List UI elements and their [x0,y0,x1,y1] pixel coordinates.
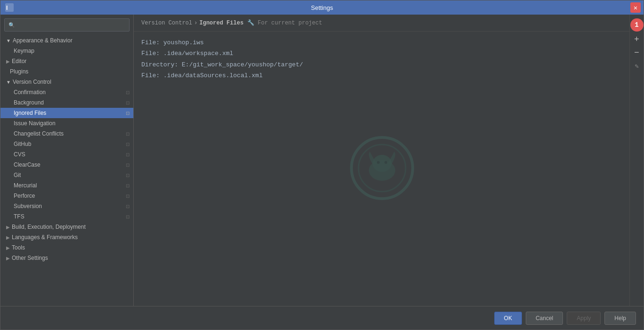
sidebar-item-other-settings[interactable]: ▶ Other Settings [0,253,133,263]
arrow-icon: ▶ [6,225,10,230]
sidebar-item-languages-frameworks[interactable]: ▶ Languages & Frameworks [0,232,133,242]
main-content: Version Control › Ignored Files 🔧 For cu… [134,15,644,306]
settings-icon: ⊡ [126,204,130,209]
sidebar-item-subversion[interactable]: Subversion ⊡ [0,201,133,211]
sidebar-item-cvs[interactable]: CVS ⊡ [0,149,133,160]
search-icon: 🔍 [8,22,15,28]
svg-text:I: I [6,5,8,11]
breadcrumb-arrow: › [194,20,197,26]
settings-icon: ⊡ [126,142,130,147]
settings-icon: ⊡ [126,111,130,116]
sidebar-item-changelist-conflicts[interactable]: Changelist Conflicts ⊡ [0,129,133,139]
svg-point-4 [369,160,395,181]
settings-icon: ⊡ [126,100,130,105]
settings-icon: ⊡ [126,152,130,157]
ok-button[interactable]: OK [494,312,522,325]
svg-point-6 [377,161,380,164]
arrow-icon: ▶ [6,256,10,261]
sidebar-item-git[interactable]: Git ⊡ [0,170,133,180]
svg-point-7 [384,161,387,164]
bottom-bar: OK Cancel Apply Help [0,306,644,330]
help-button[interactable]: Help [604,312,636,325]
sidebar: 🔍 ▼ Appearance & Behavior Keymap ▶ Edito… [0,15,134,306]
content-area: 🔍 ▼ Appearance & Behavior Keymap ▶ Edito… [0,15,644,306]
sidebar-item-background[interactable]: Background ⊡ [0,97,133,108]
file-entry-3: Directory: E:/git_work_space/youshop/tar… [141,59,636,70]
sidebar-item-tools[interactable]: ▶ Tools [0,242,133,253]
file-entry-2: File: .idea/workspace.xml [141,48,636,59]
search-input[interactable] [17,22,125,28]
sidebar-item-appearance-behavior[interactable]: ▼ Appearance & Behavior [0,35,133,46]
close-button[interactable]: ✕ [630,2,641,13]
watermark [349,135,415,203]
breadcrumb-current: Ignored Files [199,20,244,26]
file-list-area: File: youshop.iws File: .idea/workspace.… [134,32,644,306]
arrow-icon: ▶ [6,235,10,240]
breadcrumb-parent: Version Control [141,20,192,26]
svg-point-3 [359,145,406,192]
sidebar-item-github[interactable]: GitHub ⊡ [0,139,133,149]
right-toolbar: 1 + − ✎ [629,15,644,306]
apply-button[interactable]: Apply [567,312,601,325]
sidebar-item-perforce[interactable]: Perforce ⊡ [0,191,133,201]
window-title: Settings [311,4,333,11]
svg-point-5 [373,155,391,172]
edit-button[interactable]: ✎ [632,61,642,71]
sidebar-item-version-control[interactable]: ▼ Version Control [0,77,133,87]
settings-icon: ⊡ [126,162,130,168]
badge-button: 1 [630,18,644,32]
sidebar-item-build-exec-deploy[interactable]: ▶ Build, Execution, Deployment [0,222,133,232]
cancel-button[interactable]: Cancel [526,312,563,325]
settings-icon: ⊡ [126,214,130,219]
sidebar-item-mercurial[interactable]: Mercurial ⊡ [0,180,133,191]
settings-icon: ⊡ [126,131,130,137]
breadcrumb-note: 🔧 For current project [247,19,322,26]
sidebar-item-issue-navigation[interactable]: Issue Navigation [0,118,133,129]
ide-logo-icon: I [5,3,14,14]
search-box[interactable]: 🔍 [4,18,130,32]
file-entry-4: File: .idea/dataSources.local.xml [141,70,636,81]
sidebar-item-ignored-files[interactable]: Ignored Files ⊡ [0,108,133,118]
sidebar-item-confirmation[interactable]: Confirmation ⊡ [0,87,133,97]
arrow-icon: ▶ [6,245,10,250]
add-button[interactable]: + [632,34,642,45]
sidebar-item-plugins[interactable]: Plugins [0,66,133,77]
sidebar-item-editor[interactable]: ▶ Editor [0,56,133,66]
file-entry-1: File: youshop.iws [141,37,636,48]
settings-icon: ⊡ [126,193,130,199]
breadcrumb: Version Control › Ignored Files 🔧 For cu… [134,15,644,32]
arrow-icon: ▼ [6,38,11,43]
arrow-icon: ▶ [6,59,10,64]
remove-button[interactable]: − [632,48,642,58]
settings-icon: ⊡ [126,183,130,188]
sidebar-item-clearcase[interactable]: ClearCase ⊡ [0,160,133,170]
nav-section: ▼ Appearance & Behavior Keymap ▶ Editor … [0,35,133,263]
sidebar-item-tfs[interactable]: TFS ⊡ [0,211,133,222]
svg-point-2 [351,137,413,199]
titlebar: I Settings ✕ [0,0,644,15]
settings-window: I Settings ✕ 🔍 ▼ Appearance & Behavior [0,0,644,330]
settings-icon: ⊡ [126,90,130,95]
sidebar-item-keymap[interactable]: Keymap [0,46,133,56]
settings-icon: ⊡ [126,173,130,178]
arrow-icon: ▼ [6,80,11,85]
